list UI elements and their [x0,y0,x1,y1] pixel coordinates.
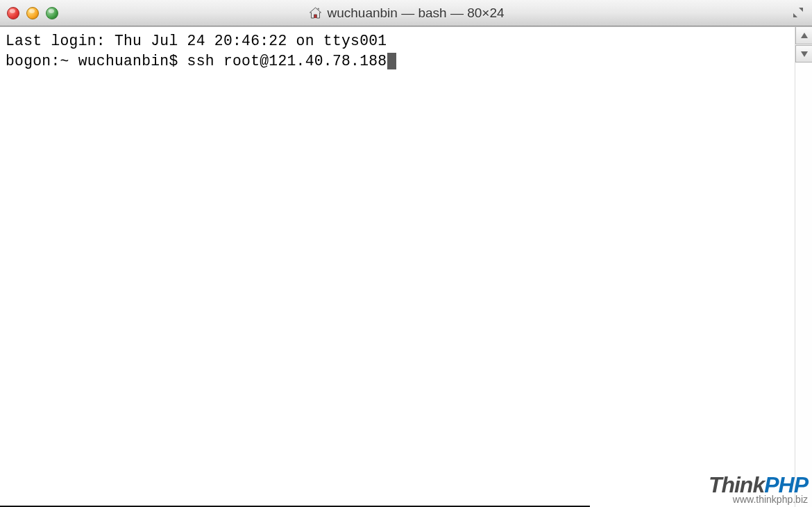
svg-rect-0 [314,15,316,18]
scrollbar[interactable] [795,27,812,507]
zoom-button[interactable] [46,7,58,19]
fullscreen-icon[interactable] [790,4,806,21]
command-text: ssh root@121.40.78.188 [187,51,387,72]
scroll-up-button[interactable] [795,27,812,44]
arrow-up-icon [801,33,808,38]
minimize-button[interactable] [26,7,39,19]
watermark: ThinkPHP www.thinkphp.biz [709,474,808,504]
terminal-container: Last login: Thu Jul 24 20:46:22 on ttys0… [0,26,812,507]
prompt-text: bogon:~ wuchuanbin$ [6,51,187,72]
terminal-cursor [387,53,396,69]
close-button[interactable] [7,7,19,19]
scroll-down-button[interactable] [795,45,812,63]
window-title-text: wuchuanbin — bash — 80×24 [327,6,504,21]
last-login-line: Last login: Thu Jul 24 20:46:22 on ttys0… [6,31,387,51]
window-title-bar: wuchuanbin — bash — 80×24 [0,0,812,26]
arrow-down-icon [801,51,808,57]
home-icon [307,6,323,21]
terminal-output[interactable]: Last login: Thu Jul 24 20:46:22 on ttys0… [0,27,795,507]
window-controls [7,7,58,19]
watermark-brand: ThinkPHP [709,474,808,496]
window-title: wuchuanbin — bash — 80×24 [307,6,504,21]
